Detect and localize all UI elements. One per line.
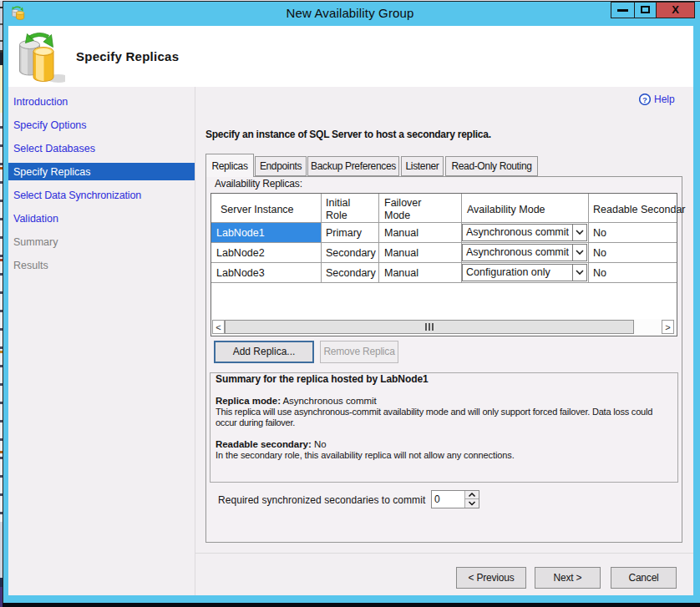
svg-text:?: ? [642, 95, 647, 104]
